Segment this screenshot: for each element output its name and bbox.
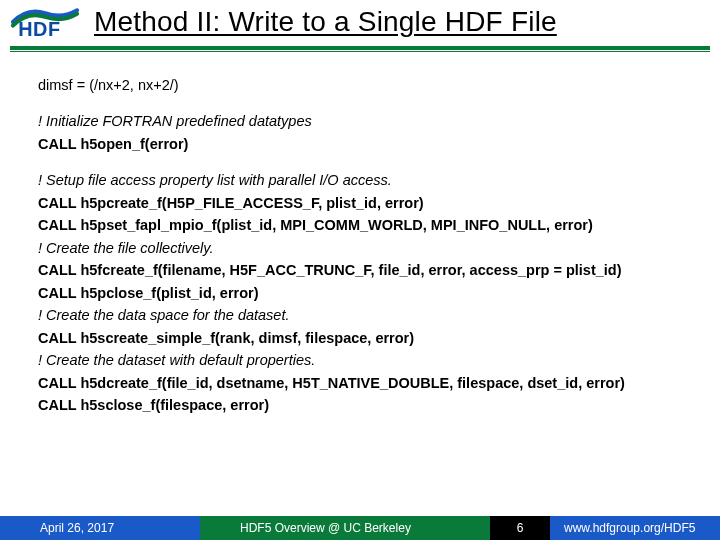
footer-url: www.hdfgroup.org/HDF5 [550,516,720,540]
footer-page-number: 6 [490,516,550,540]
slide-title: Method II: Write to a Single HDF File [94,6,557,38]
code-comment: ! Create the dataset with default proper… [38,349,690,371]
code-comment: ! Create the data space for the dataset. [38,304,690,326]
code-block: dimsf = (/nx+2, nx+2/) ! Initialize FORT… [0,52,720,417]
svg-text:HDF: HDF [18,18,61,40]
code-line: CALL h5pclose_f(plist_id, error) [38,282,690,304]
slide-header: HDF Method II: Write to a Single HDF Fil… [0,0,720,40]
footer-title: HDF5 Overview @ UC Berkeley [200,516,490,540]
code-line: CALL h5open_f(error) [38,133,690,155]
code-line: CALL h5pcreate_f(H5P_FILE_ACCESS_F, plis… [38,192,690,214]
code-line: dimsf = (/nx+2, nx+2/) [38,74,690,96]
code-comment: ! Initialize FORTRAN predefined datatype… [38,110,690,132]
code-comment: ! Create the file collectively. [38,237,690,259]
code-line: CALL h5pset_fapl_mpio_f(plist_id, MPI_CO… [38,214,690,236]
code-line: CALL h5dcreate_f(file_id, dsetname, H5T_… [38,372,690,394]
footer-date: April 26, 2017 [0,516,200,540]
hdf-logo-icon: HDF [10,4,80,40]
code-comment: ! Setup file access property list with p… [38,169,690,191]
code-line: CALL h5sclose_f(filespace, error) [38,394,690,416]
slide-footer: April 26, 2017 HDF5 Overview @ UC Berkel… [0,516,720,540]
code-line: CALL h5fcreate_f(filename, H5F_ACC_TRUNC… [38,259,690,281]
code-line: CALL h5screate_simple_f(rank, dimsf, fil… [38,327,690,349]
hdf-logo: HDF [10,4,80,40]
